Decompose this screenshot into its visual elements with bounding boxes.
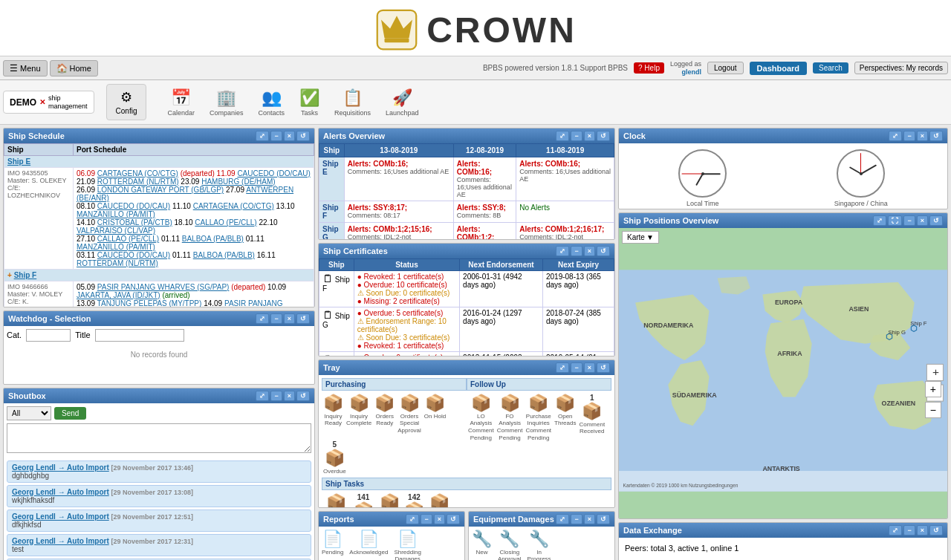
map-refresh[interactable]: ↺ xyxy=(929,215,943,226)
minimize-ctrl[interactable]: − xyxy=(270,131,282,141)
list-item[interactable]: 📄 Acknowledged xyxy=(349,530,388,560)
tasks-nav[interactable]: ✅ Tasks xyxy=(293,85,325,120)
gear-icon: ⚙ xyxy=(120,89,132,105)
table-row[interactable]: + Ship F xyxy=(4,270,314,281)
sbox-min[interactable]: − xyxy=(270,391,282,401)
zoom-out-button[interactable]: − xyxy=(925,402,941,418)
tray-min[interactable]: − xyxy=(571,362,582,373)
search-button[interactable]: Search xyxy=(813,62,848,74)
al-close[interactable]: × xyxy=(584,131,595,141)
list-item[interactable]: 🔧 New xyxy=(472,530,492,560)
de-min[interactable]: − xyxy=(903,525,915,535)
africa-label: AFRIKA xyxy=(777,350,802,357)
eq-close[interactable]: × xyxy=(584,514,595,524)
perspectives-selector[interactable]: Perspectives: My records xyxy=(854,62,948,74)
eq-expand[interactable]: ⤢ xyxy=(556,514,569,524)
wdog-close[interactable]: × xyxy=(284,313,295,324)
logout-button[interactable]: Logout xyxy=(707,62,744,74)
de-refresh[interactable]: ↺ xyxy=(929,525,943,535)
cert-min[interactable]: − xyxy=(571,246,582,256)
list-item[interactable]: 📦 LOAnalysisCommentPending xyxy=(468,394,494,441)
list-item[interactable]: 🔧 ClosingApproval xyxy=(498,530,522,560)
list-item[interactable]: 142 📦 Open xyxy=(404,493,424,508)
de-expand[interactable]: ⤢ xyxy=(889,525,902,535)
send-button[interactable]: Send xyxy=(54,407,86,420)
al-expand[interactable]: ⤢ xyxy=(556,131,569,141)
help-button[interactable]: ? Help xyxy=(634,62,664,74)
sbox-expand[interactable]: ⤢ xyxy=(256,391,269,401)
list-item[interactable]: 141 📦 Overdue xyxy=(352,493,375,508)
list-item[interactable]: 1 📦 CommentReceived xyxy=(579,394,605,441)
list-item[interactable]: 📦 OrdersReady xyxy=(374,394,395,434)
refresh-ctrl[interactable]: ↺ xyxy=(296,131,310,141)
map-expand[interactable]: ⤢ xyxy=(873,215,886,226)
config-button[interactable]: ⚙ Config xyxy=(106,84,147,120)
title-input[interactable] xyxy=(95,329,184,342)
table-row[interactable]: Ship E xyxy=(4,156,314,168)
message-input[interactable] xyxy=(7,423,311,453)
menu-button[interactable]: ☰ Menu xyxy=(3,60,48,76)
recipient-select[interactable]: All xyxy=(7,406,51,420)
dashboard-button[interactable]: Dashboard xyxy=(750,62,807,75)
tray-controls: ⤢ − × ↺ xyxy=(556,362,610,373)
cert-expand[interactable]: ⤢ xyxy=(556,246,569,256)
map-close[interactable]: × xyxy=(917,215,928,226)
rep-refresh[interactable]: ↺ xyxy=(447,514,460,524)
home-button[interactable]: 🏠 Home xyxy=(50,60,98,76)
col-date3: 11-08-2019 xyxy=(516,144,614,157)
clk-refresh[interactable]: ↺ xyxy=(929,131,943,141)
list-item[interactable]: 📦 InquiryComplete xyxy=(346,394,371,434)
wdog-min[interactable]: − xyxy=(270,313,282,324)
wdog-expand[interactable]: ⤢ xyxy=(256,313,269,324)
list-item[interactable]: 🔧 InProgress xyxy=(528,530,551,560)
eq-refresh[interactable]: ↺ xyxy=(597,514,610,524)
item-label: OpenThreads xyxy=(554,413,576,427)
rep-min[interactable]: − xyxy=(421,514,432,524)
launchpad-nav[interactable]: 🚀 Launchpad xyxy=(380,85,425,120)
list-item[interactable]: 📦 InquiryReady xyxy=(323,394,343,434)
clk-close[interactable]: × xyxy=(917,131,928,141)
list-item[interactable]: 📦 F1D6Follow-up xyxy=(323,493,349,508)
list-item[interactable]: 📦 On Hold xyxy=(424,394,446,434)
requisitions-nav[interactable]: 📋 Requisitions xyxy=(328,85,377,120)
map-type-selector[interactable]: Karte ▼ xyxy=(622,231,659,244)
al-min[interactable]: − xyxy=(571,131,582,141)
map-fullscreen[interactable]: ⛶ xyxy=(888,215,902,226)
tray-refresh[interactable]: ↺ xyxy=(597,362,610,373)
home-label: Home xyxy=(70,64,91,73)
list-item[interactable]: 📄 ShreddingDamages xyxy=(394,530,421,560)
sbox-refresh[interactable]: ↺ xyxy=(296,391,310,401)
clk-min[interactable]: − xyxy=(903,131,915,141)
list-item[interactable]: 📦 FOAnalysisCommentPending xyxy=(497,394,523,441)
equip-icon-3: 🔧 xyxy=(529,530,549,549)
al-refresh[interactable]: ↺ xyxy=(597,131,610,141)
calendar-nav[interactable]: 📅 Calendar xyxy=(161,85,201,120)
zoom-in-button[interactable]: + xyxy=(925,381,941,397)
wdog-refresh[interactable]: ↺ xyxy=(296,313,310,324)
list-item[interactable]: 📦 Postpone xyxy=(427,493,452,508)
cert-close[interactable]: × xyxy=(584,246,595,256)
tray-expand[interactable]: ⤢ xyxy=(556,362,569,373)
list-item[interactable]: 📄 Pending xyxy=(322,530,343,560)
rep-expand[interactable]: ⤢ xyxy=(406,514,419,524)
sbox-close[interactable]: × xyxy=(284,391,295,401)
clk-expand[interactable]: ⤢ xyxy=(889,131,902,141)
de-close[interactable]: × xyxy=(917,525,928,535)
list-item[interactable]: 📦 OpenThreads xyxy=(554,394,576,441)
equip-icon: 🔧 xyxy=(472,530,492,549)
expand-ctrl[interactable]: ⤢ xyxy=(256,131,269,141)
list-item[interactable]: 📦 PurchaseInquiriesCommentPending xyxy=(525,394,551,441)
list-item[interactable]: 5 📦 Overdue xyxy=(323,440,346,475)
companies-nav[interactable]: 🏢 Companies xyxy=(204,85,250,120)
tray-close[interactable]: × xyxy=(584,362,595,373)
rep-close[interactable]: × xyxy=(434,514,445,524)
cat-input[interactable] xyxy=(26,329,71,342)
close-ctrl[interactable]: × xyxy=(284,131,295,141)
contacts-nav[interactable]: 👥 Contacts xyxy=(253,85,291,120)
cert-refresh[interactable]: ↺ xyxy=(597,246,610,256)
list-item[interactable]: 📦 OrdersSpecialApproval xyxy=(397,394,421,434)
list-item[interactable]: 📦 ClosingApproval xyxy=(377,493,401,508)
eq-min[interactable]: − xyxy=(571,514,582,524)
alert-e-1: Alerts: COMb:16; Comments: 16;Uses addit… xyxy=(344,157,453,201)
map-min[interactable]: − xyxy=(903,215,915,226)
